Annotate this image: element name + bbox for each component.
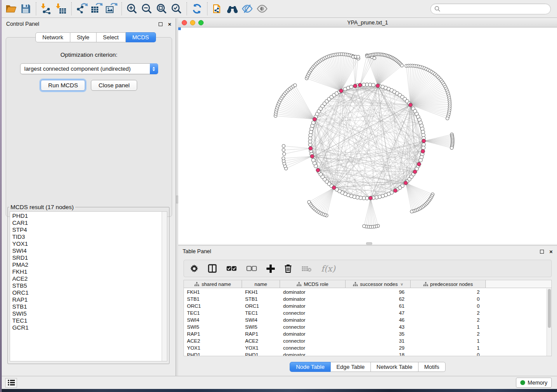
apply-layout-icon[interactable]: [190, 2, 204, 16]
cytoscape-app: Control Panel × Network Style Select MCD…: [0, 0, 557, 392]
table-cell: 62: [346, 296, 411, 302]
select-stepper-icon: [150, 63, 158, 74]
table-row[interactable]: RAP1RAP1dominator352: [184, 330, 547, 337]
zoom-out-icon[interactable]: [139, 2, 154, 16]
mcds-result-item[interactable]: STB5: [12, 282, 161, 289]
table-cell: TEC1: [184, 310, 242, 316]
network-canvas[interactable]: [178, 28, 557, 244]
column-header-name[interactable]: name: [242, 280, 280, 288]
search-input[interactable]: [443, 6, 547, 12]
tab-node-table[interactable]: Node Table: [290, 362, 331, 372]
add-row-icon[interactable]: [266, 265, 275, 273]
zoom-selected-icon[interactable]: [169, 2, 184, 16]
task-history-button[interactable]: [5, 378, 17, 388]
mcds-result-item[interactable]: SWI4: [12, 248, 161, 254]
tab-style[interactable]: Style: [70, 32, 97, 42]
table-cell: 1: [411, 345, 486, 351]
export-image-icon[interactable]: [104, 2, 119, 16]
clone-network-icon[interactable]: [210, 2, 225, 16]
table-row[interactable]: SWI5SWI5connector431: [184, 323, 547, 330]
close-panel-icon[interactable]: ×: [168, 22, 171, 26]
main-toolbar: [0, 0, 557, 18]
tab-select[interactable]: Select: [97, 32, 126, 42]
float-window-icon[interactable]: [159, 22, 163, 26]
network-window-title: YPA_prune.txt_1: [178, 20, 557, 26]
horizontal-splitter-handle[interactable]: [366, 242, 372, 245]
mcds-result-item[interactable]: PHD1: [12, 213, 161, 220]
mcds-result-item[interactable]: STB1: [12, 303, 161, 310]
mcds-result-item[interactable]: GCR1: [12, 324, 161, 331]
save-session-icon[interactable]: [18, 2, 33, 16]
mcds-list-scrollbar[interactable]: [162, 212, 167, 361]
network-graph[interactable]: [178, 28, 557, 244]
scrollbar-thumb[interactable]: [548, 289, 551, 328]
close-panel-icon[interactable]: ×: [549, 250, 553, 254]
column-header-MCDS-role[interactable]: MCDS role: [280, 280, 346, 288]
tab-network-table[interactable]: Network Table: [371, 362, 419, 372]
zoom-in-icon[interactable]: [125, 2, 139, 16]
table-row[interactable]: ORC1ORC1dominator610: [184, 303, 547, 309]
import-network-icon[interactable]: [39, 2, 54, 16]
table-cell: 2: [411, 317, 486, 323]
table-row[interactable]: ACE2ACE2connector311: [184, 337, 547, 344]
mcds-buttons-row: Run MCDS Close panel: [6, 80, 172, 91]
table-cell: 0: [411, 352, 486, 356]
import-table-icon[interactable]: [54, 2, 69, 16]
search-network-icon[interactable]: [225, 2, 240, 16]
table-row[interactable]: FKH1FKH1dominator962: [184, 289, 547, 296]
table-row[interactable]: YOX1YOX1connector291: [184, 344, 547, 351]
hide-selected-icon[interactable]: [240, 2, 255, 16]
table-row[interactable]: TEC1TEC1connector472: [184, 309, 547, 316]
mcds-result-item[interactable]: YOX1: [12, 241, 161, 248]
mcds-result-item[interactable]: PMA2: [12, 261, 161, 268]
mcds-result-item[interactable]: SWI5: [12, 310, 161, 317]
table-row[interactable]: STB1STB1dominator620: [184, 296, 547, 303]
export-table-icon[interactable]: [89, 2, 104, 16]
settings-gear-icon[interactable]: [190, 265, 198, 273]
clear-table-icon[interactable]: [301, 265, 311, 272]
function-builder-icon[interactable]: f(x): [321, 264, 336, 273]
column-header-shared-name[interactable]: shared name: [184, 280, 242, 288]
close-panel-button[interactable]: Close panel: [91, 80, 137, 91]
delete-row-icon[interactable]: [284, 264, 292, 273]
float-window-icon[interactable]: [540, 250, 544, 254]
tab-mcds[interactable]: MCDS: [126, 32, 156, 42]
tab-edge-table[interactable]: Edge Table: [331, 362, 371, 372]
column-header-successor-nodes[interactable]: successor nodesv: [346, 280, 411, 288]
mcds-result-item[interactable]: ACE2: [12, 275, 161, 282]
table-scrollbar[interactable]: [547, 289, 551, 356]
mcds-result-item[interactable]: SRD1: [12, 254, 161, 261]
run-mcds-button[interactable]: Run MCDS: [41, 80, 85, 91]
deselect-all-icon[interactable]: [246, 266, 257, 272]
table-panel: Table Panel ×: [178, 245, 557, 376]
mcds-result-item[interactable]: TID3: [12, 234, 161, 241]
network-window-titlebar: YPA_prune.txt_1: [178, 18, 557, 28]
column-header-predecessor-nodes[interactable]: predecessor nodes: [411, 280, 486, 288]
zoom-fit-icon[interactable]: [154, 2, 169, 16]
memory-button[interactable]: Memory: [516, 378, 552, 388]
show-all-icon[interactable]: [255, 2, 270, 16]
close-window-icon[interactable]: [182, 20, 187, 25]
mcds-result-item[interactable]: FKH1: [12, 268, 161, 275]
show-column-icon[interactable]: [208, 264, 217, 273]
open-file-icon[interactable]: [3, 2, 18, 16]
mcds-result-item[interactable]: CAR1: [12, 220, 161, 227]
table-row[interactable]: SWI4SWI4dominator462: [184, 316, 547, 323]
select-all-icon[interactable]: [226, 266, 237, 272]
optimization-criterion-label: Optimization criterion:: [6, 52, 172, 58]
table-row[interactable]: PHD1PHD1dominator180: [184, 351, 547, 356]
mcds-result-item[interactable]: TEC1: [12, 317, 161, 324]
mcds-result-item[interactable]: RAP1: [12, 296, 161, 303]
mcds-result-item[interactable]: STP4: [12, 227, 161, 234]
tab-motifs[interactable]: Motifs: [419, 362, 446, 372]
export-network-icon[interactable]: [74, 2, 89, 16]
tab-network[interactable]: Network: [35, 32, 70, 42]
minimize-window-icon[interactable]: [190, 20, 195, 25]
mcds-result-list[interactable]: PHD1CAR1STP4TID3YOX1SWI4SRD1PMA2FKH1ACE2…: [12, 213, 161, 360]
mcds-result-item[interactable]: ORC1: [12, 289, 161, 296]
table-cell: 2: [411, 310, 486, 316]
table-cell: 46: [346, 317, 411, 323]
optimization-select[interactable]: largest connected component (undirected): [20, 63, 158, 74]
search-box[interactable]: [430, 3, 551, 14]
maximize-window-icon[interactable]: [198, 20, 204, 25]
